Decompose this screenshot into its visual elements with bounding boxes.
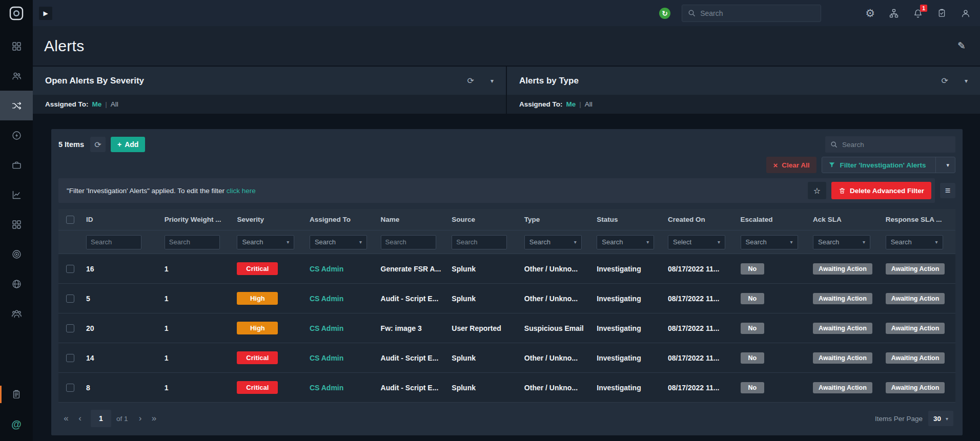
cell-type: Other / Unkno... [520,265,593,273]
task-list-button[interactable] [937,8,947,18]
widget-actions: ⟳ ▾ [467,76,494,86]
edit-filter-link[interactable]: click here [227,187,256,195]
row-checkbox[interactable] [66,354,74,362]
select-all-checkbox[interactable] [66,216,74,224]
notifications-button[interactable]: 1 [913,8,923,18]
assigned-me-link[interactable]: Me [92,100,102,108]
sidebar-item-queues[interactable] [0,61,33,91]
column-header-status[interactable]: Status [593,216,664,223]
user-group-icon [11,71,22,81]
global-search[interactable] [682,5,821,22]
escalated-badge: No [741,352,765,364]
cell-assigned-to[interactable]: CS Admin [305,324,377,332]
severity-badge: Critical [237,351,278,364]
sidebar-item-dashboard[interactable] [0,31,33,61]
settings-button[interactable]: ⚙ [865,8,875,18]
sidebar-item-incident-response[interactable] [0,91,33,120]
refresh-icon[interactable]: ⟳ [942,76,948,86]
add-button[interactable]: + Add [111,137,145,152]
filter-select-escalated[interactable]: Search▾ [741,235,798,249]
app-logo[interactable] [0,0,33,26]
refresh-icon[interactable]: ⟳ [467,76,474,86]
response-sla-badge: Awaiting Action [886,323,945,334]
row-checkbox[interactable] [66,295,74,303]
assigned-all-link[interactable]: All [111,100,118,108]
sidebar-item-modules[interactable] [0,209,33,239]
column-header-severity[interactable]: Severity [233,216,305,223]
cell-assigned-to[interactable]: CS Admin [305,265,377,273]
sidebar-item-cases[interactable] [0,150,33,180]
filter-select-response-sla[interactable]: Search▾ [886,235,943,249]
assigned-all-link[interactable]: All [585,100,593,108]
current-page-input[interactable]: 1 [91,410,111,427]
column-header-assigned-to[interactable]: Assigned To [305,216,377,223]
sidebar-item-automation[interactable] [0,120,33,150]
cell-assigned-to[interactable]: CS Admin [305,295,377,303]
row-checkbox[interactable] [66,384,74,392]
table-row[interactable]: 8 1 Critical CS Admin Audit - Script E..… [58,373,955,403]
filter-input-id[interactable] [86,235,141,249]
sidebar-item-tasks[interactable] [0,380,33,409]
sidebar-item-reports[interactable] [0,180,33,209]
filter-dropdown-button[interactable]: Filter 'Investigation' Alerts ▾ [822,157,955,173]
page-header: Alerts ✎ [33,26,980,66]
sidebar-item-hunt[interactable] [0,239,33,269]
cell-created-on: 08/17/2022 11... [664,295,737,303]
table-row[interactable]: 14 1 Critical CS Admin Audit - Script E.… [58,343,955,373]
column-header-created-on[interactable]: Created On [664,216,737,223]
chevron-down-icon: ▾ [718,239,720,245]
column-header-id[interactable]: ID [82,216,160,223]
filter-select-severity[interactable]: Search▾ [237,235,294,249]
filter-select-assigned-to[interactable]: Search▾ [310,235,367,249]
gear-icon: ⚙ [865,8,875,18]
chevron-down-icon[interactable]: ▾ [965,77,968,85]
sync-status-icon[interactable]: ↻ [659,8,670,19]
column-header-escalated[interactable]: Escalated [737,216,809,223]
items-per-page-select[interactable]: 30 ▾ [928,411,953,426]
play-button[interactable]: ▶ [39,7,52,20]
row-checkbox[interactable] [66,265,74,273]
sidebar-item-mentions[interactable]: @ [0,409,33,439]
grid-view-menu-button[interactable]: ≡ [940,183,955,198]
filter-input-priority-weight[interactable] [165,235,220,249]
previous-page-button[interactable]: ‹ [74,413,86,424]
chevron-down-icon[interactable]: ▾ [491,77,494,85]
table-row[interactable]: 16 1 Critical CS Admin Generate FSR A...… [58,254,955,284]
widget-assigned-filter: Assigned To: Me | All [507,95,980,114]
clipboard-check-icon [937,8,947,18]
filter-select-type[interactable]: Search▾ [524,235,582,249]
sidebar-item-people[interactable] [0,299,33,328]
grid-search[interactable] [825,136,955,153]
clear-all-button[interactable]: × Clear All [766,157,816,173]
grid-search-input[interactable] [842,141,950,149]
filter-select-status[interactable]: Search▾ [597,235,654,249]
cell-assigned-to[interactable]: CS Admin [305,354,377,362]
filter-input-source[interactable] [452,235,507,249]
table-row[interactable]: 20 1 High CS Admin Fw: image 3 User Repo… [58,313,955,343]
filter-select-ack-sla[interactable]: Search▾ [813,235,870,249]
sidebar-item-threat-intel[interactable] [0,269,33,299]
column-header-type[interactable]: Type [520,216,593,223]
table-row[interactable]: 5 1 High CS Admin Audit - Script E... Sp… [58,284,955,313]
filter-select-created-on[interactable]: Select▾ [668,235,725,249]
next-page-button[interactable]: › [135,413,146,424]
column-header-priority-weight[interactable]: Priority Weight ... [160,216,233,223]
user-menu-button[interactable] [961,8,971,18]
filter-input-name[interactable] [381,235,436,249]
global-search-input[interactable] [700,9,815,17]
column-header-name[interactable]: Name [377,216,448,223]
topbar-icons: ⚙ 1 [865,8,971,18]
favorite-filter-button[interactable]: ☆ [808,182,826,199]
hierarchy-button[interactable] [889,8,899,18]
column-header-source[interactable]: Source [447,216,520,223]
edit-page-button[interactable]: ✎ [957,40,966,52]
column-header-ack-sla[interactable]: Ack SLA [809,216,882,223]
column-header-response-sla[interactable]: Response SLA ... [882,216,955,223]
last-page-button[interactable]: » [149,413,160,424]
delete-advanced-filter-button[interactable]: Delete Advanced Filter [831,182,931,199]
assigned-me-link[interactable]: Me [566,100,576,108]
refresh-button[interactable]: ⟳ [90,137,106,152]
first-page-button[interactable]: « [60,413,72,424]
row-checkbox[interactable] [66,324,74,332]
cell-assigned-to[interactable]: CS Admin [305,384,377,392]
